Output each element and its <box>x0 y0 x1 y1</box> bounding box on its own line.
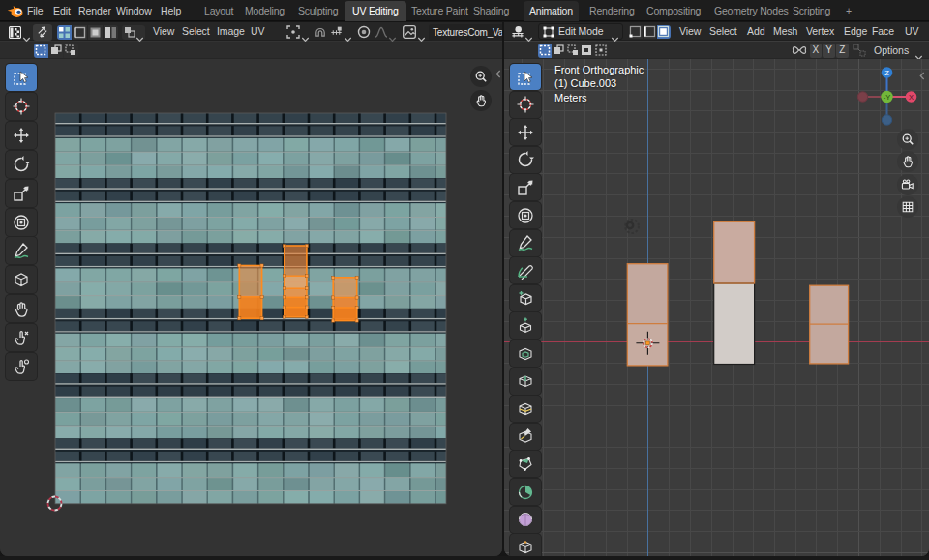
svg-text:Z: Z <box>884 69 889 77</box>
svg-text:X: X <box>909 93 914 102</box>
svg-text:-Y: -Y <box>884 93 891 102</box>
